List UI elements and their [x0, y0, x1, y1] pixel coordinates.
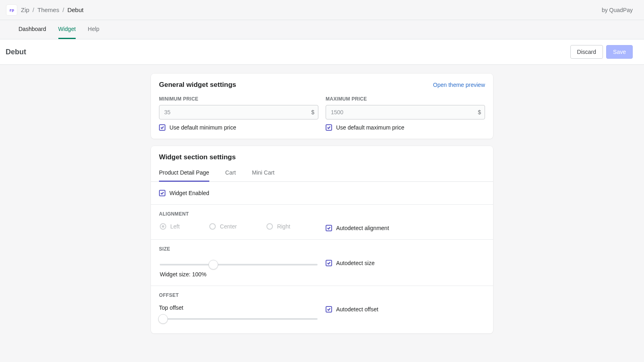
discard-button[interactable]: Discard — [570, 45, 603, 59]
section-tab-pdp[interactable]: Product Detail Page — [159, 165, 209, 182]
autodetect-size-checkbox[interactable] — [326, 260, 332, 266]
autodetect-size-label: Autodetect size — [336, 260, 375, 266]
use-default-min-label: Use default minimum price — [169, 124, 236, 131]
top-bar: z·p Zip / Themes / Debut by QuadPay — [0, 0, 644, 20]
breadcrumb-sep-icon: / — [62, 6, 64, 13]
open-theme-preview-link[interactable]: Open theme preview — [433, 82, 485, 88]
section-tab-cart[interactable]: Cart — [225, 165, 236, 182]
breadcrumb-themes[interactable]: Themes — [37, 6, 59, 13]
widget-enabled-section: Widget Enabled — [151, 182, 493, 205]
nav-tabs: Dashboard Widget Help — [0, 20, 644, 39]
alignment-center-label: Center — [220, 223, 237, 230]
section-tabs: Product Detail Page Cart Mini Cart — [151, 161, 493, 182]
save-button[interactable]: Save — [606, 45, 633, 59]
tab-widget[interactable]: Widget — [58, 20, 76, 39]
top-offset-slider[interactable] — [160, 318, 318, 320]
top-offset-slider-thumb[interactable] — [158, 314, 168, 324]
top-offset-label: Top offset — [159, 304, 318, 311]
tab-help[interactable]: Help — [88, 20, 99, 39]
offset-section-label: OFFSET — [159, 292, 485, 298]
alignment-left-label: Left — [170, 223, 180, 230]
size-section-label: SIZE — [159, 246, 485, 252]
widget-section-card: Widget section settings Product Detail P… — [151, 146, 493, 333]
general-settings-card: General widget settings Open theme previ… — [151, 74, 493, 139]
tab-dashboard[interactable]: Dashboard — [19, 20, 46, 39]
widget-enabled-checkbox[interactable] — [159, 190, 165, 196]
byline: by QuadPay — [602, 7, 633, 13]
size-slider[interactable] — [160, 264, 318, 265]
section-tab-minicart[interactable]: Mini Cart — [252, 165, 275, 182]
max-price-label: MAXIMUM PRICE — [326, 96, 485, 102]
alignment-section: ALIGNMENT Left Center — [151, 205, 493, 240]
card-stack: General widget settings Open theme previ… — [151, 74, 493, 333]
size-section: SIZE Widget size: 100% — [151, 240, 493, 286]
breadcrumb-current: Debut — [67, 6, 83, 13]
offset-section: OFFSET Top offset — [151, 286, 493, 333]
alignment-section-label: ALIGNMENT — [159, 211, 485, 217]
alignment-radio-left[interactable] — [160, 223, 166, 230]
breadcrumb-sep-icon: / — [33, 6, 34, 13]
app-logo-icon: z·p — [6, 5, 17, 15]
widget-enabled-label: Widget Enabled — [169, 190, 209, 196]
breadcrumb-app[interactable]: Zip — [21, 6, 29, 13]
currency-suffix-icon: $ — [478, 109, 481, 115]
breadcrumb: Zip / Themes / Debut — [21, 6, 83, 13]
widget-section-title: Widget section settings — [159, 153, 236, 161]
alignment-radio-right[interactable] — [266, 223, 273, 230]
size-slider-thumb[interactable] — [208, 260, 218, 269]
page-title: Debut — [6, 48, 26, 56]
alignment-right-label: Right — [277, 223, 290, 230]
title-bar: Debut Discard Save — [0, 39, 644, 65]
general-settings-title: General widget settings — [159, 81, 236, 89]
action-buttons: Discard Save — [570, 45, 633, 59]
top-bar-left: z·p Zip / Themes / Debut — [6, 5, 83, 15]
autodetect-alignment-checkbox[interactable] — [326, 225, 332, 231]
alignment-radio-group: Left Center Right — [159, 223, 318, 230]
use-default-max-label: Use default maximum price — [336, 124, 405, 131]
min-price-label: MINIMUM PRICE — [159, 96, 318, 102]
autodetect-offset-checkbox[interactable] — [326, 306, 332, 313]
size-caption: Widget size: 100% — [160, 271, 318, 278]
currency-suffix-icon: $ — [311, 109, 314, 115]
use-default-min-checkbox[interactable] — [159, 124, 165, 131]
content-area: General widget settings Open theme previ… — [0, 65, 644, 342]
alignment-radio-center[interactable] — [209, 223, 216, 230]
min-price-input[interactable] — [159, 105, 318, 119]
use-default-max-checkbox[interactable] — [326, 124, 332, 131]
max-price-input[interactable] — [326, 105, 485, 119]
autodetect-alignment-label: Autodetect alignment — [336, 225, 389, 231]
autodetect-offset-label: Autodetect offset — [336, 306, 378, 313]
